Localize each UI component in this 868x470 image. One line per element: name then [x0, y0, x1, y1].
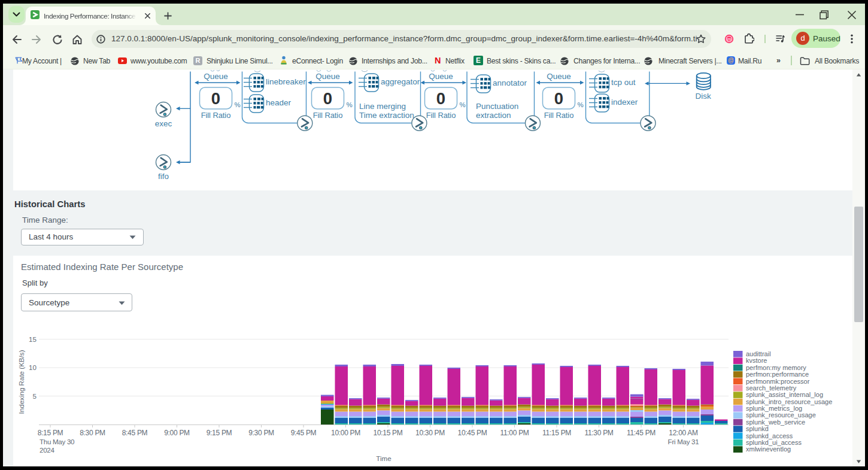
svg-text:Indexing Rate (KB/s): Indexing Rate (KB/s): [17, 350, 25, 414]
svg-text:8:45 PM: 8:45 PM: [122, 429, 148, 437]
svg-text:Queue: Queue: [204, 72, 228, 81]
svg-text:Time extraction: Time extraction: [359, 111, 414, 120]
svg-text:header: header: [266, 98, 292, 107]
svg-text:splunkd_ui_access: splunkd_ui_access: [746, 439, 802, 446]
svg-text:Fill Ratio: Fill Ratio: [313, 111, 343, 120]
svg-text:11:45 PM: 11:45 PM: [627, 429, 655, 437]
svg-text:Fill Ratio: Fill Ratio: [201, 111, 231, 120]
svg-text:linebreaker: linebreaker: [266, 77, 306, 86]
svg-text:Punctuation: Punctuation: [476, 102, 518, 111]
svg-text:9:45 PM: 9:45 PM: [291, 429, 317, 437]
svg-text:%: %: [578, 101, 584, 108]
svg-text:11:00 PM: 11:00 PM: [500, 429, 529, 437]
svg-text:splunk_assist_internal_log: splunk_assist_internal_log: [746, 391, 823, 398]
svg-text:Thu May 30: Thu May 30: [40, 438, 74, 445]
svg-text:9:15 PM: 9:15 PM: [207, 429, 232, 437]
svg-text:%: %: [235, 101, 241, 108]
svg-text:0: 0: [323, 89, 332, 108]
svg-text:splunk_web_service: splunk_web_service: [746, 419, 805, 426]
svg-text:Queue: Queue: [315, 72, 340, 81]
svg-text:search_telemetry: search_telemetry: [746, 384, 797, 392]
svg-text:9:00 PM: 9:00 PM: [164, 429, 190, 437]
svg-text:0: 0: [436, 89, 445, 108]
svg-text:10: 10: [29, 363, 37, 371]
svg-text:indexer: indexer: [611, 98, 638, 107]
svg-text:splunk_metrics_log: splunk_metrics_log: [746, 405, 802, 412]
svg-text:splunkd: splunkd: [746, 425, 769, 432]
svg-text:splunkd_access: splunkd_access: [746, 432, 793, 439]
svg-text:0: 0: [211, 89, 220, 108]
svg-text:perfmon:performance: perfmon:performance: [746, 371, 809, 378]
svg-text:10:15 PM: 10:15 PM: [374, 429, 403, 437]
svg-text:5: 5: [33, 392, 37, 400]
svg-text:tcp out: tcp out: [611, 78, 636, 87]
svg-text:Disk: Disk: [695, 92, 711, 101]
svg-text:8:30 PM: 8:30 PM: [80, 429, 105, 437]
svg-text:11:15 PM: 11:15 PM: [542, 429, 571, 437]
svg-text:extraction: extraction: [476, 111, 511, 120]
svg-text:15: 15: [29, 335, 37, 343]
svg-text:12:00 AM: 12:00 AM: [669, 429, 698, 437]
svg-text:Line merging: Line merging: [359, 102, 406, 111]
svg-text:aggregator: aggregator: [381, 77, 420, 86]
svg-text:xmlwineventlog: xmlwineventlog: [746, 445, 791, 453]
svg-text:10:45 PM: 10:45 PM: [458, 429, 487, 437]
svg-text:splunk_resource_usage: splunk_resource_usage: [746, 411, 816, 419]
svg-text:Queue: Queue: [547, 72, 571, 81]
svg-text:Fill Ratio: Fill Ratio: [426, 111, 456, 120]
svg-text:m: m: [727, 37, 732, 42]
svg-text:11:30 PM: 11:30 PM: [584, 429, 613, 437]
svg-text:exec: exec: [155, 119, 172, 128]
svg-text:kvstore: kvstore: [746, 357, 767, 364]
svg-text:2024: 2024: [40, 446, 54, 454]
svg-text:10:30 PM: 10:30 PM: [415, 429, 445, 437]
svg-text:perfmonmk:processor: perfmonmk:processor: [746, 378, 810, 385]
svg-text:8:15 PM: 8:15 PM: [38, 429, 63, 437]
svg-text:Queue: Queue: [429, 72, 453, 81]
svg-text:%: %: [460, 101, 466, 108]
svg-text:Fill Ratio: Fill Ratio: [544, 111, 574, 120]
svg-text:audittrail: audittrail: [746, 350, 771, 357]
svg-text:Time: Time: [376, 454, 391, 462]
svg-text:%: %: [347, 101, 353, 108]
svg-text:9:30 PM: 9:30 PM: [248, 429, 274, 437]
svg-text:10:00 PM: 10:00 PM: [331, 429, 360, 437]
svg-text:Fri May 31: Fri May 31: [668, 438, 699, 445]
svg-text:0: 0: [554, 89, 563, 108]
svg-text:annotator: annotator: [493, 78, 527, 87]
svg-text:fifo: fifo: [158, 172, 169, 181]
svg-text:splunk_intro_resource_usage: splunk_intro_resource_usage: [746, 398, 832, 405]
svg-text:perfmon:my memory: perfmon:my memory: [746, 364, 806, 371]
